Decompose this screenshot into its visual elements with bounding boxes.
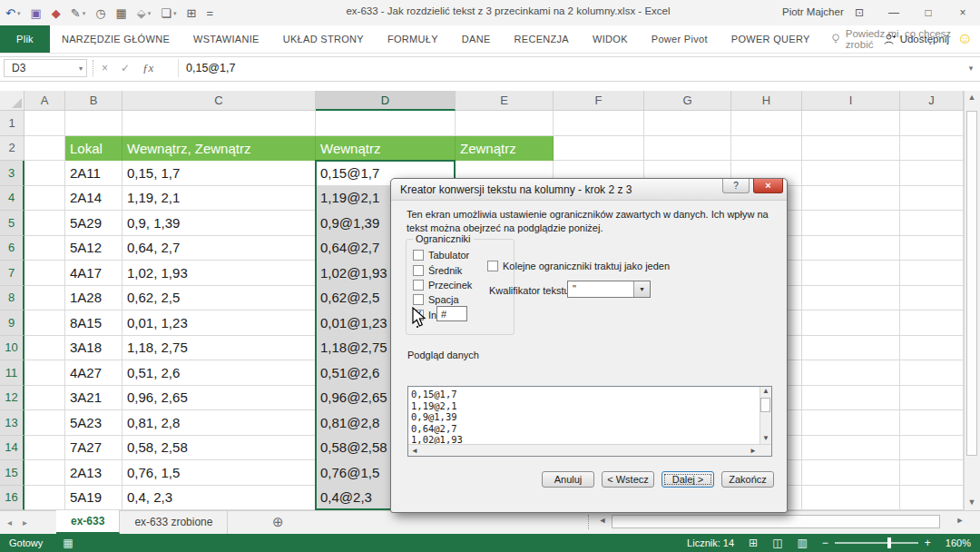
dialog-close-button[interactable]: × — [753, 179, 783, 193]
cell-A12[interactable] — [24, 386, 65, 411]
cell-J3[interactable] — [900, 161, 964, 186]
ribbon-tab-power-query[interactable]: POWER QUERY — [720, 25, 822, 53]
zoom-track[interactable] — [835, 542, 918, 544]
calendar-icon[interactable]: ▦ — [115, 7, 126, 19]
cell-F2[interactable] — [554, 136, 644, 162]
cell-J12[interactable] — [900, 386, 964, 411]
cell-C6[interactable]: 0,64, 2,7 — [122, 236, 316, 261]
note-icon[interactable]: ❏▾ — [161, 7, 176, 19]
row-header-15[interactable]: 15 — [0, 460, 24, 486]
row-header-4[interactable]: 4 — [0, 186, 24, 212]
ribbon-tab-wstawianie[interactable]: WSTAWIANIE — [181, 25, 271, 53]
zoom-level[interactable]: 160% — [946, 537, 971, 548]
zoom-in-icon[interactable]: + — [925, 537, 931, 549]
account-name[interactable]: Piotr Majcher — [782, 6, 844, 17]
cell-J13[interactable] — [900, 410, 964, 436]
select-all-corner[interactable] — [0, 91, 24, 111]
checkbox-icon[interactable] — [487, 261, 498, 271]
cell-I4[interactable] — [802, 186, 900, 212]
cell-B12[interactable]: 3A21 — [65, 386, 122, 411]
row-header-13[interactable]: 13 — [0, 410, 24, 436]
consecutive-delimiters-checkbox[interactable]: Kolejne ograniczniki traktuj jako jeden — [487, 261, 670, 271]
cell-B9[interactable]: 8A15 — [65, 310, 122, 336]
cell-B13[interactable]: 5A23 — [65, 410, 122, 436]
row-header-3[interactable]: 3 — [0, 161, 24, 186]
column-header-F[interactable]: F — [554, 91, 644, 111]
cell-J15[interactable] — [900, 460, 964, 486]
cell-D2[interactable]: Wewnątrz — [316, 136, 456, 162]
cell-C9[interactable]: 0,01, 1,23 — [122, 310, 316, 336]
cell-H1[interactable] — [731, 111, 802, 136]
text-qualifier-combobox[interactable]: " ▼ — [567, 281, 651, 298]
scroll-down-icon[interactable]: ▼ — [965, 498, 979, 507]
sheet-tab-ex-633[interactable]: ex-633 — [56, 510, 120, 534]
row-header-6[interactable]: 6 — [0, 236, 24, 261]
cell-B6[interactable]: 5A12 — [65, 236, 122, 261]
cell-J4[interactable] — [900, 186, 964, 212]
ribbon-tab-formuly[interactable]: FORMUŁY — [376, 25, 450, 53]
row-header-10[interactable]: 10 — [0, 336, 24, 361]
feedback-smiley-icon[interactable]: ☺ — [957, 25, 973, 53]
row-header-11[interactable]: 11 — [0, 360, 24, 386]
maximize-button[interactable]: □ — [911, 0, 946, 25]
preview-scroll-down-icon[interactable]: ▼ — [762, 434, 769, 442]
cancel-icon[interactable]: × — [102, 62, 108, 74]
cell-C10[interactable]: 1,18, 2,75 — [122, 336, 316, 361]
scroll-up-icon[interactable]: ▲ — [965, 93, 979, 102]
row-header-12[interactable]: 12 — [0, 386, 24, 411]
cell-A5[interactable] — [24, 211, 65, 236]
name-box[interactable]: D3 ▾ — [4, 59, 87, 77]
cell-I15[interactable] — [802, 460, 900, 486]
cell-C13[interactable]: 0,81, 2,8 — [122, 410, 316, 436]
cell-I7[interactable] — [802, 261, 900, 286]
fill-bucket-icon[interactable]: ⬙▾ — [137, 7, 152, 19]
sheet-tab-ex-633-zrobione[interactable]: ex-633 zrobione — [120, 510, 228, 534]
cell-B4[interactable]: 2A14 — [65, 186, 122, 212]
cell-C4[interactable]: 1,19, 2,1 — [122, 186, 316, 212]
cell-E2[interactable]: Zewnątrz — [456, 136, 554, 162]
preview-vertical-scrollbar[interactable]: ▲ ▼ — [760, 387, 771, 444]
cell-I6[interactable] — [802, 236, 900, 261]
sheetbar-splitter[interactable] — [588, 515, 592, 529]
checkbox-icon[interactable] — [413, 294, 424, 305]
row-header-8[interactable]: 8 — [0, 286, 24, 311]
minimize-button[interactable]: — — [877, 0, 911, 25]
cell-B3[interactable]: 2A11 — [65, 161, 122, 186]
enter-icon[interactable]: ✓ — [121, 62, 130, 74]
share-button[interactable]: Udostępnij — [884, 25, 949, 53]
save-icon[interactable]: ▣ — [30, 7, 41, 19]
cell-I8[interactable] — [802, 286, 900, 311]
cell-A10[interactable] — [24, 336, 65, 361]
normal-view-icon[interactable]: ⊞ — [749, 537, 758, 549]
preview-scroll-left-icon[interactable]: ◄ — [411, 447, 418, 455]
cell-B1[interactable] — [65, 111, 122, 136]
preview-scroll-right-icon[interactable]: ► — [750, 447, 757, 455]
cell-C5[interactable]: 0,9, 1,39 — [122, 211, 316, 236]
insert-function-icon[interactable]: ƒx — [142, 61, 153, 75]
cell-J2[interactable] — [900, 136, 964, 162]
dialog-button-zakoncz[interactable]: Zakończ — [721, 471, 774, 488]
hscroll-right-icon[interactable]: ► — [955, 516, 965, 525]
row-header-1[interactable]: 1 — [0, 111, 24, 136]
preview-vscroll-thumb[interactable] — [760, 398, 770, 412]
page-break-view-icon[interactable]: ▥ — [797, 537, 807, 549]
row-header-7[interactable]: 7 — [0, 261, 24, 286]
column-header-C[interactable]: C — [122, 91, 316, 111]
cell-J11[interactable] — [900, 360, 964, 386]
combobox-dropdown-icon[interactable]: ▼ — [633, 281, 650, 297]
cell-A2[interactable] — [24, 136, 65, 162]
cell-I13[interactable] — [802, 410, 900, 436]
cell-J14[interactable] — [900, 436, 964, 461]
column-header-B[interactable]: B — [65, 91, 122, 111]
cell-A1[interactable] — [24, 111, 65, 136]
cell-J7[interactable] — [900, 261, 964, 286]
qat-more-icon[interactable]: = — [206, 7, 213, 19]
cell-J16[interactable] — [900, 486, 964, 511]
cell-C14[interactable]: 0,58, 2,58 — [122, 436, 316, 461]
cell-I1[interactable] — [802, 111, 900, 136]
undo-icon[interactable]: ↶▾ — [5, 7, 20, 19]
cell-C12[interactable]: 0,96, 2,65 — [122, 386, 316, 411]
clock-icon[interactable]: ◷ — [95, 7, 105, 19]
zoom-slider[interactable]: − + — [822, 537, 931, 549]
checkbox-tabulator[interactable]: Tabulator — [413, 250, 469, 261]
